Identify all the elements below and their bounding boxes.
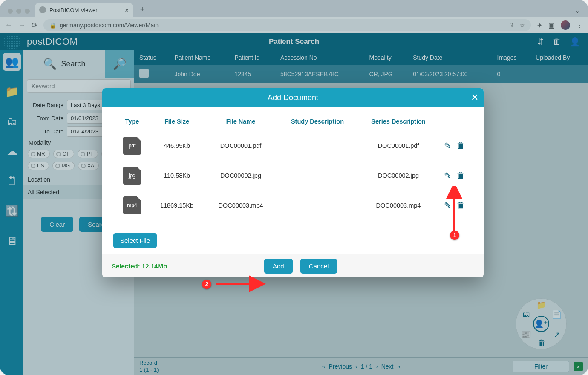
fab-folder-icon[interactable]: 📁 — [536, 300, 547, 310]
brand-name: postDICOM — [23, 36, 78, 47]
record-label: Record — [139, 360, 159, 366]
edit-icon[interactable]: ✎ — [444, 141, 451, 151]
cancel-button[interactable]: Cancel — [300, 259, 337, 274]
fab-add-patient-icon[interactable]: 👤⁺ — [533, 316, 549, 332]
cell-study-desc — [277, 161, 358, 190]
cell-file-size: 110.58Kb — [149, 161, 205, 190]
next-icon[interactable]: › — [376, 363, 378, 370]
add-document-modal: Add Document ✕ TypeFile SizeFile NameStu… — [102, 88, 484, 277]
close-tab-icon[interactable]: × — [125, 6, 129, 14]
fab-share-icon[interactable]: ↗ — [552, 329, 562, 340]
col-header[interactable]: Uploaded By — [530, 50, 588, 65]
select-file-button[interactable]: Select File — [113, 233, 157, 248]
rail-patients-icon[interactable]: 👥 — [3, 53, 21, 71]
search-icon: 🔍 — [43, 58, 57, 71]
cell-study-date: 01/03/2023 20:57:00 — [408, 65, 492, 83]
cell-file-name: DOC00001.pdf — [205, 131, 277, 161]
fab-trash-icon[interactable]: 🗑 — [536, 338, 547, 348]
cell-patient-name: John Doe — [169, 65, 229, 83]
cell-series-desc: DOC00001.pdf — [358, 131, 439, 161]
modal-col-header: Type — [115, 115, 149, 131]
cell-study-desc — [277, 131, 358, 161]
col-header[interactable]: Status — [134, 50, 169, 65]
sort-icon[interactable]: ⇵ — [537, 37, 544, 47]
modality-pill-mr[interactable]: MR — [28, 150, 50, 158]
cell-file-name: DOC00003.mp4 — [205, 190, 277, 220]
document-table: TypeFile SizeFile NameStudy DescriptionS… — [115, 115, 471, 220]
page-indicator: 1 / 1 — [361, 363, 372, 370]
col-header[interactable]: Images — [492, 50, 531, 65]
prev-icon[interactable]: ‹ — [355, 363, 357, 370]
modality-pill-mg[interactable]: MG — [52, 162, 75, 170]
col-header[interactable]: Accession No — [275, 50, 364, 65]
url-text: germany.postdicom.com/Viewer/Main — [60, 22, 159, 29]
forward-icon[interactable]: → — [18, 21, 26, 29]
modality-pill-xa[interactable]: XA — [78, 162, 99, 170]
cell-accession: 58C52913AESEB78C — [275, 65, 364, 83]
tab-title: PostDICOM Viewer — [49, 7, 97, 13]
clear-button[interactable]: Clear — [41, 217, 73, 232]
rail-list-search-icon[interactable]: 🗒 — [3, 172, 21, 190]
next-page[interactable]: Next — [381, 363, 394, 370]
modality-pill-ct[interactable]: CT — [53, 150, 74, 158]
cell-modality: CR, JPG — [364, 65, 408, 83]
address-bar[interactable]: 🔒 germany.postdicom.com/Viewer/Main ⇪ ☆ — [43, 19, 531, 31]
add-button[interactable]: Add — [264, 259, 293, 274]
tabs-dropdown-icon[interactable]: ⌄ — [575, 6, 580, 14]
delete-icon[interactable]: 🗑 — [456, 141, 465, 151]
trash-icon[interactable]: 🗑 — [553, 37, 561, 47]
excel-export-icon[interactable]: x — [574, 362, 583, 371]
filter-button[interactable]: Filter — [513, 361, 569, 372]
star-icon[interactable]: ☆ — [519, 22, 525, 29]
annotation-arrow-2 — [210, 275, 266, 292]
file-type-icon: mp4 — [123, 196, 141, 214]
reload-icon[interactable]: ⟳ — [32, 21, 37, 30]
date-range-label: Date Range — [28, 102, 63, 108]
fab-doc-icon[interactable]: 📄 — [552, 309, 562, 319]
last-page-icon[interactable]: » — [397, 363, 400, 370]
first-page-icon[interactable]: « — [322, 363, 326, 370]
advanced-search-icon: 🔎 — [113, 58, 127, 71]
rail-devices-icon[interactable]: 🖥 — [3, 232, 21, 250]
col-header[interactable]: Modality — [364, 50, 408, 65]
modal-col-header: File Size — [149, 115, 205, 131]
delete-icon[interactable]: 🗑 — [456, 170, 465, 181]
col-header[interactable]: Patient Name — [169, 50, 229, 65]
col-header[interactable]: Study Date — [408, 50, 492, 65]
cell-series-desc: DOC00002.jpg — [358, 161, 439, 190]
extensions-icon[interactable]: ✦ — [537, 21, 542, 29]
col-header[interactable]: Patient Id — [229, 50, 275, 65]
edit-icon[interactable]: ✎ — [444, 170, 451, 181]
footer-bar: Record 1 (1 - 1) « Previous ‹ 1 / 1 › Ne… — [134, 357, 588, 375]
advanced-search-tab[interactable]: 🔎 — [105, 50, 134, 78]
browser-tab[interactable]: PostDICOM Viewer × — [35, 3, 133, 17]
file-type-icon: jpg — [123, 167, 141, 185]
fab-add-folder-icon[interactable]: 🗂 — [521, 309, 531, 319]
fab-report-icon[interactable]: 📰 — [521, 329, 531, 340]
kebab-menu-icon[interactable]: ⋮ — [576, 21, 583, 29]
table-row[interactable]: John Doe 12345 58C52913AESEB78C CR, JPG … — [134, 65, 588, 83]
record-value: 1 (1 - 1) — [139, 366, 159, 373]
file-type-icon: pdf — [123, 137, 141, 155]
rail-sync-icon[interactable]: 🔃 — [3, 202, 21, 220]
share-icon[interactable]: ⇪ — [509, 22, 514, 29]
rail-cards-icon[interactable]: 🗂 — [3, 112, 21, 130]
cell-images: 0 — [492, 65, 531, 83]
search-tab[interactable]: 🔍 Search — [23, 50, 105, 78]
user-icon[interactable]: 👤 — [570, 37, 580, 47]
rail-upload-icon[interactable]: ☁ — [3, 142, 21, 160]
profile-avatar[interactable] — [561, 20, 570, 30]
modality-pill-us[interactable]: US — [28, 162, 49, 170]
back-icon[interactable]: ← — [5, 21, 12, 29]
new-tab-button[interactable]: + — [136, 3, 148, 15]
document-row: mp411869.15KbDOC00003.mp4DOC00003.mp4✎🗑 — [115, 190, 471, 220]
brand-logo-icon — [3, 34, 20, 49]
modality-pill-pt[interactable]: PT — [78, 150, 98, 158]
page-title: Patient Search — [269, 38, 319, 46]
modal-col-header: Series Description — [358, 115, 439, 131]
panel-icon[interactable]: ▣ — [548, 21, 555, 29]
rail-folder-icon[interactable]: 📁 — [3, 83, 21, 101]
prev-page[interactable]: Previous — [329, 363, 352, 370]
close-icon[interactable]: ✕ — [471, 92, 478, 103]
status-icon — [139, 69, 149, 78]
